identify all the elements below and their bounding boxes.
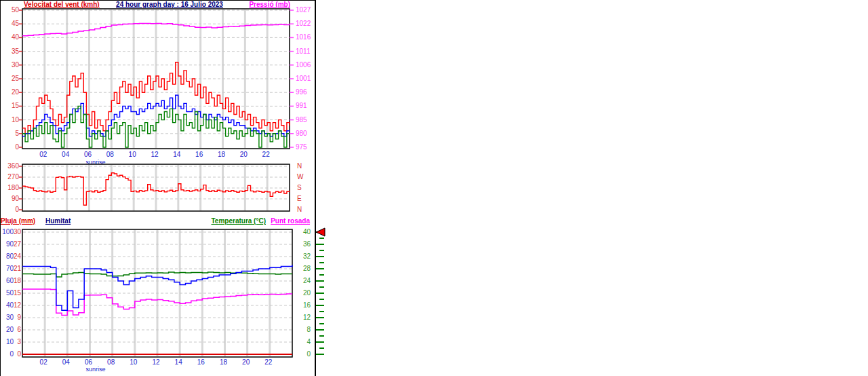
hour-label-top: 14 [170,151,184,158]
direction-axis-label: 270 [3,174,19,181]
wind-axis-label: 50 [3,7,19,14]
direction-axis-label: 90 [3,195,19,202]
hour-label-bottom: 20 [239,359,253,366]
wind-axis-label: 40 [3,34,19,41]
temperature-axis-label: 32 [297,253,311,260]
pressure-axis-label: 975 [296,144,307,151]
rain-axis-label: 9 [12,314,21,321]
rain-axis-label: 24 [12,253,21,260]
pressure-axis-label: 1016 [296,34,311,41]
pressure-axis-label: 985 [296,117,307,124]
hour-label-bottom: 16 [194,359,208,366]
pressure-axis-label: 1011 [296,48,311,55]
rain-axis-label: 3 [12,339,21,345]
temperature-axis-label: 4 [297,339,311,345]
temperature-axis-label: 16 [297,302,311,309]
hour-label-bottom: 02 [37,359,50,366]
direction-axis-label: 0 [3,206,19,213]
temperature-axis-label: 24 [297,278,311,284]
hour-label-top: 06 [81,151,95,158]
wind-axis-label: 20 [3,89,19,96]
hour-label-top: 10 [125,151,139,158]
hour-label-top: 04 [59,151,73,158]
hour-label-top: 18 [215,151,229,158]
hour-label-bottom: 12 [149,359,163,366]
hour-label-bottom: 10 [127,359,140,366]
compass-axis-label: W [297,174,303,181]
pressure-axis-label: 1001 [296,75,311,82]
hour-label-top: 08 [103,151,117,158]
rain-axis-label: 27 [12,241,21,248]
hour-label-bottom: 04 [59,359,73,366]
pressure-axis-label: 1006 [296,62,311,69]
wind-axis-label: 30 [3,62,19,69]
temperature-axis-label: 12 [297,314,311,321]
compass-axis-label: E [297,195,302,202]
weather-charts-canvas [0,0,868,376]
hour-label-bottom: 08 [104,359,118,366]
rain-axis-label: 6 [12,326,21,333]
weather-graph-window: Velocitat del vent (kmh) 24 hour graph d… [0,0,868,376]
hour-label-bottom: 14 [172,359,185,366]
pressure-axis-label: 996 [296,89,307,96]
hour-label-top: 16 [193,151,206,158]
temp-axis-arrow-marker [316,228,325,236]
hour-label-bottom: 06 [82,359,96,366]
wind-axis-label: 25 [3,75,19,82]
wind-axis-label: 0 [3,144,19,151]
pressure-axis-label: 980 [296,130,307,137]
rain-axis-label: 30 [12,229,21,236]
wind-axis-label: 10 [3,117,19,124]
wind-axis-label: 35 [3,48,19,55]
rain-axis-label: 15 [12,290,21,297]
hour-label-top: 22 [259,151,273,158]
hour-label-bottom: 18 [217,359,231,366]
rain-axis-label: 18 [12,278,21,284]
temperature-axis-label: 36 [297,241,311,248]
rain-axis-label: 21 [12,265,21,272]
rain-axis-label: 12 [12,302,21,309]
temperature-axis-label: 0 [297,351,311,358]
compass-axis-label: N [297,206,302,213]
pressure-axis-label: 1027 [296,7,311,14]
direction-axis-label: 360 [3,163,19,170]
hour-label-top: 12 [148,151,161,158]
wind-axis-label: 5 [3,130,19,137]
compass-axis-label: S [297,185,302,191]
temperature-axis-label: 28 [297,265,311,272]
temperature-axis-label: 20 [297,290,311,297]
compass-axis-label: N [297,163,302,170]
temperature-axis-label: 8 [297,326,311,333]
hour-label-bottom: 22 [262,359,275,366]
direction-axis-label: 180 [3,185,19,191]
hour-label-top: 20 [237,151,250,158]
temperature-axis-label: 40 [297,229,311,236]
hour-label-top: 02 [37,151,50,158]
rain-axis-label: 0 [12,351,21,358]
wind-axis-label: 45 [3,20,19,27]
pressure-axis-label: 1022 [296,20,311,27]
wind-axis-label: 15 [3,102,19,109]
pressure-axis-label: 991 [296,102,307,109]
